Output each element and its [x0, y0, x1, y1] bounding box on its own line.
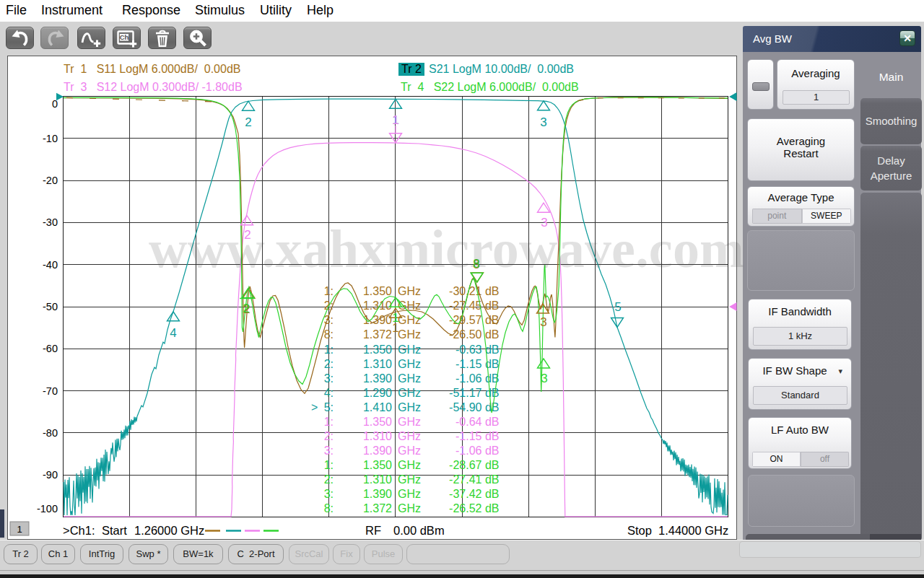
svg-text:GHz: GHz: [398, 285, 421, 297]
svg-text:3: 3: [541, 216, 547, 229]
svg-text:GHz: GHz: [398, 459, 421, 471]
svg-text:2: 2: [244, 228, 250, 242]
svg-text:-40: -40: [43, 259, 58, 271]
svg-text:Start: Start: [102, 524, 127, 537]
svg-text:Ch: Ch: [120, 33, 129, 41]
svg-text:1: 1: [17, 524, 22, 535]
svg-text:GHz: GHz: [398, 488, 421, 500]
svg-text:2: 2: [245, 115, 251, 129]
svg-text:GHz: GHz: [398, 343, 421, 356]
svg-text:-26.52 dB: -26.52 dB: [449, 502, 499, 514]
svg-text:3: 3: [540, 115, 546, 129]
svg-text:1.350: 1.350: [363, 416, 392, 428]
svg-text:3: 3: [540, 315, 546, 329]
svg-text:GHz: GHz: [398, 430, 421, 442]
svg-text:1.372: 1.372: [363, 502, 392, 514]
svg-text:1.310: 1.310: [363, 473, 392, 486]
svg-text:GHz: GHz: [398, 358, 421, 370]
svg-text:5: 5: [614, 300, 621, 314]
svg-text:GHz: GHz: [398, 401, 421, 413]
svg-text:1: 1: [392, 311, 398, 325]
svg-text:Tr 4 S22 LogM 6.000dB/ 0.0: Tr 4 S22 LogM 6.000dB/ 0.00dB: [401, 81, 579, 93]
svg-text:8: 8: [473, 257, 479, 271]
svg-text:1:: 1:: [324, 285, 334, 297]
svg-text:-30.21 dB: -30.21 dB: [449, 285, 499, 297]
svg-text:-1.15 dB: -1.15 dB: [456, 358, 499, 370]
svg-text:1.310: 1.310: [363, 358, 392, 370]
svg-text:4: 4: [170, 326, 176, 340]
svg-text:1:: 1:: [324, 459, 334, 471]
svg-text:>: >: [311, 401, 318, 413]
svg-text:1.350: 1.350: [363, 343, 392, 356]
svg-text:2:: 2:: [324, 358, 334, 370]
svg-text:1: 1: [392, 113, 398, 127]
svg-text:-50: -50: [43, 301, 58, 312]
svg-text:8:: 8:: [324, 328, 334, 341]
svg-text:-1.15 dB: -1.15 dB: [456, 430, 499, 442]
svg-text:5:: 5:: [324, 401, 334, 413]
svg-text:1.26000 GHz: 1.26000 GHz: [134, 524, 204, 537]
svg-text:1:: 1:: [324, 343, 334, 356]
svg-text:-10: -10: [43, 133, 58, 144]
svg-text:GHz: GHz: [398, 502, 421, 514]
svg-text:-1.06 dB: -1.06 dB: [456, 372, 499, 385]
svg-text:Tr 2: Tr 2: [401, 63, 422, 75]
svg-text:1.44000 GHz: 1.44000 GHz: [658, 524, 728, 537]
svg-text:Tr 3 S12 LogM 0.300dB/ -1.8: Tr 3 S12 LogM 0.300dB/ -1.80dB: [64, 81, 243, 93]
svg-text:-27.45 dB: -27.45 dB: [449, 299, 499, 312]
svg-text:2: 2: [243, 302, 249, 315]
svg-text:Stop: Stop: [627, 524, 652, 537]
svg-text:1.390: 1.390: [363, 488, 392, 500]
svg-text:1.390: 1.390: [363, 445, 392, 457]
svg-text:-80: -80: [43, 427, 58, 439]
svg-text:3: 3: [541, 372, 547, 385]
svg-text:8:: 8:: [324, 502, 334, 514]
svg-text:GHz: GHz: [398, 387, 421, 399]
svg-text:GHz: GHz: [398, 416, 421, 428]
svg-text:1.410: 1.410: [363, 401, 392, 413]
svg-text:RF: RF: [365, 524, 381, 537]
svg-text:>Ch1:: >Ch1:: [63, 524, 95, 537]
svg-text:1.350: 1.350: [363, 285, 392, 297]
svg-text:-30: -30: [43, 216, 58, 228]
svg-text:2:: 2:: [324, 430, 334, 442]
svg-text:GHz: GHz: [398, 372, 421, 385]
svg-text:S21 LogM 10.00dB/ 0.00dB: S21 LogM 10.00dB/ 0.00dB: [429, 63, 574, 75]
svg-text:1.310: 1.310: [363, 430, 392, 442]
svg-text:-60: -60: [43, 343, 58, 354]
svg-text:1:: 1:: [324, 416, 334, 428]
svg-text:3:: 3:: [324, 445, 334, 457]
svg-text:-70: -70: [43, 385, 58, 397]
svg-text:GHz: GHz: [398, 445, 421, 457]
svg-text:GHz: GHz: [398, 328, 421, 341]
svg-text:-20: -20: [43, 175, 58, 186]
svg-text:2:: 2:: [324, 473, 334, 486]
svg-text:1.290: 1.290: [363, 387, 392, 399]
svg-text:0.00 dBm: 0.00 dBm: [393, 524, 445, 537]
svg-text:-90: -90: [43, 469, 58, 481]
svg-text:3:: 3:: [324, 488, 334, 500]
svg-text:-28.67 dB: -28.67 dB: [449, 459, 499, 471]
svg-text:Tr 1 S11 LogM 6.000dB/ 0.0: Tr 1 S11 LogM 6.000dB/ 0.00dB: [64, 63, 240, 75]
svg-text:-0.63 dB: -0.63 dB: [456, 343, 499, 356]
svg-text:-0.64 dB: -0.64 dB: [456, 416, 499, 428]
svg-text:3:: 3:: [324, 372, 334, 385]
svg-text:-51.17 dB: -51.17 dB: [449, 387, 499, 399]
svg-text:-27.41 dB: -27.41 dB: [449, 473, 499, 486]
svg-text:-1.06 dB: -1.06 dB: [456, 445, 499, 457]
svg-text:1.350: 1.350: [363, 459, 392, 471]
svg-text:4:: 4:: [324, 387, 334, 399]
svg-text:-100: -100: [37, 503, 58, 514]
svg-text:1.372: 1.372: [363, 328, 392, 341]
svg-text:-37.42 dB: -37.42 dB: [449, 488, 499, 500]
svg-text:GHz: GHz: [398, 473, 421, 486]
svg-text:1.390: 1.390: [363, 372, 392, 385]
